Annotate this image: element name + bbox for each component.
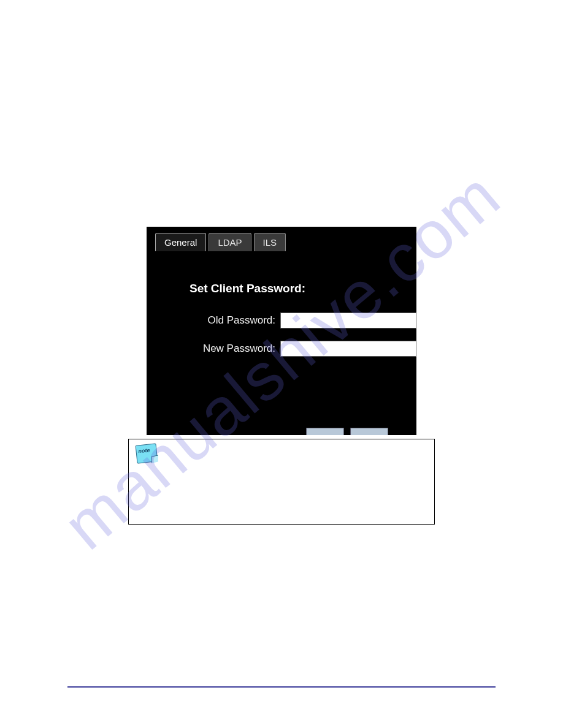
footer-divider (67, 686, 496, 688)
form-title: Set Client Password: (190, 282, 416, 295)
app-screenshot: General LDAP ILS Set Client Password: Ol… (147, 227, 416, 435)
dialog-button-1[interactable] (306, 428, 344, 435)
page-content: General LDAP ILS Set Client Password: Ol… (0, 0, 563, 525)
note-callout (128, 439, 435, 525)
new-password-input[interactable] (280, 341, 416, 357)
tab-general[interactable]: General (155, 233, 206, 251)
tab-ldap[interactable]: LDAP (209, 233, 251, 251)
note-icon (136, 443, 158, 463)
old-password-input[interactable] (280, 313, 416, 328)
old-password-label: Old Password: (190, 314, 275, 327)
new-password-label: New Password: (190, 343, 275, 355)
dialog-button-2[interactable] (350, 428, 388, 435)
new-password-row: New Password: (190, 341, 416, 357)
document-page: manualshive.com General LDAP ILS Set Cli… (0, 0, 563, 728)
button-row (306, 428, 388, 435)
tab-bar: General LDAP ILS (147, 227, 416, 251)
password-form: Set Client Password: Old Password: New P… (147, 251, 416, 357)
tab-ils[interactable]: ILS (254, 233, 286, 251)
old-password-row: Old Password: (190, 313, 416, 328)
